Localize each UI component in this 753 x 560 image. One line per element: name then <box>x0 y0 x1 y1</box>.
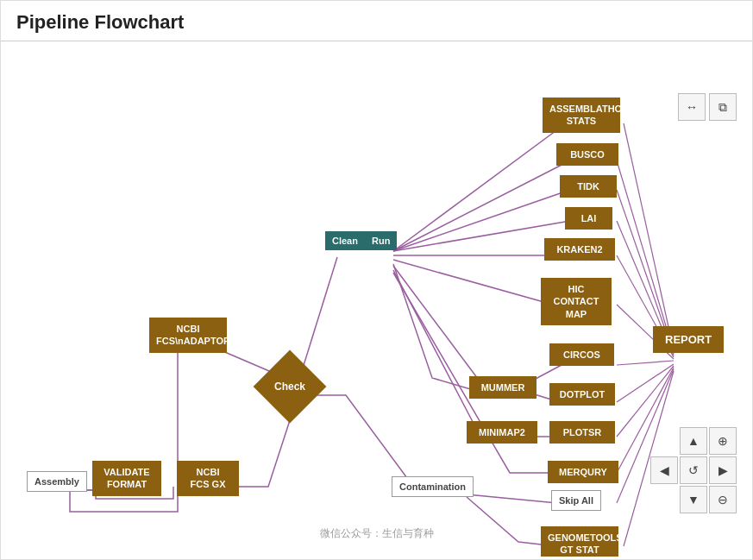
copy-button[interactable]: ⧉ <box>709 93 737 121</box>
node-hic[interactable]: HIC CONTACTMAP <box>541 278 612 325</box>
node-tidk[interactable]: TIDK <box>560 175 617 198</box>
node-busco[interactable]: BUSCO <box>556 143 618 166</box>
node-lai[interactable]: LAI <box>565 207 612 230</box>
node-kraken2[interactable]: KRAKEN2 <box>544 238 615 261</box>
flowchart-area: Assembly VALIDATEFORMAT NCBIFCS GX NCBIF… <box>1 41 752 557</box>
node-ncbi-adaptor[interactable]: NCBIFCS\nADAPTOR <box>149 318 227 353</box>
node-assemblathon[interactable]: ASSEMBLATHONSTATS <box>543 98 620 133</box>
node-dotplot[interactable]: DOTPLOT <box>549 383 615 406</box>
node-validate[interactable]: VALIDATEFORMAT <box>92 461 161 496</box>
node-minimap2[interactable]: MINIMAP2 <box>467 421 537 444</box>
node-mummer[interactable]: MUMMER <box>469 376 537 399</box>
node-circos[interactable]: CIRCOS <box>549 343 614 366</box>
node-plotsr[interactable]: PLOTSR <box>549 421 615 444</box>
page-title: Pipeline Flowchart <box>1 1 752 41</box>
node-report[interactable]: REPORT <box>653 326 724 353</box>
toolbar: ↔ ⧉ <box>678 93 737 121</box>
nav-zoom-out-button[interactable]: ⊖ <box>709 486 737 513</box>
page-container: Pipeline Flowchart <box>0 0 753 560</box>
nav-up-button[interactable]: ▲ <box>680 427 707 455</box>
nav-reset-button[interactable]: ↺ <box>680 456 707 484</box>
node-run[interactable]: Run <box>365 231 397 250</box>
nav-empty-2 <box>650 486 678 513</box>
node-check[interactable]: Check <box>260 356 320 417</box>
node-clean[interactable]: Clean <box>325 231 365 250</box>
nav-zoom-in-button[interactable]: ⊕ <box>709 427 737 455</box>
node-contamination[interactable]: Contamination <box>392 476 474 497</box>
nav-empty-1 <box>650 427 678 455</box>
node-genometools[interactable]: GENOMETOOLSGT STAT <box>541 526 618 557</box>
node-skip-all[interactable]: Skip All <box>551 490 601 511</box>
node-ncbi-gx[interactable]: NCBIFCS GX <box>177 461 239 496</box>
nav-cluster: ▲ ⊕ ◀ ↺ ▶ ▼ ⊖ <box>650 427 737 513</box>
watermark: 微信公众号：生信与育种 <box>320 526 434 541</box>
node-assembly[interactable]: Assembly <box>27 471 87 492</box>
nav-down-button[interactable]: ▼ <box>680 486 707 513</box>
nav-right-button[interactable]: ▶ <box>709 456 737 484</box>
expand-button[interactable]: ↔ <box>678 93 706 121</box>
node-merqury[interactable]: MERQURY <box>548 461 618 483</box>
nav-left-button[interactable]: ◀ <box>650 456 678 484</box>
